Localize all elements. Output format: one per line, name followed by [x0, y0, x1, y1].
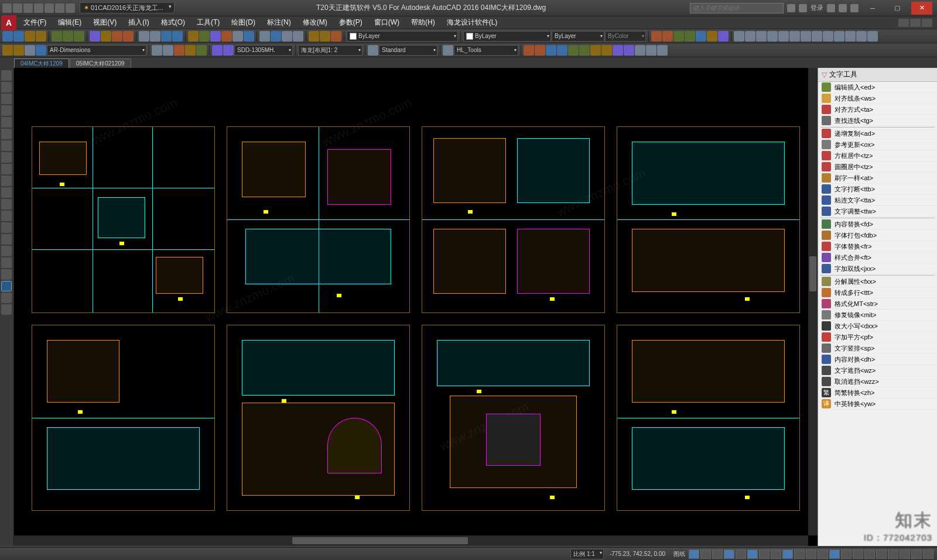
status-ws-icon[interactable]: [853, 549, 863, 559]
layout-dropdown[interactable]: 海龙[布局]1: 2: [298, 45, 363, 56]
new-icon[interactable]: [2, 4, 12, 13]
palette-item[interactable]: 递增复制<ad>: [818, 128, 937, 139]
tb-dr12-icon[interactable]: [646, 45, 656, 56]
tb-designcenter-icon[interactable]: [199, 31, 210, 42]
document-window-dropdown[interactable]: ✶ 01CAD2016天正海龙工...: [80, 2, 175, 13]
status-annovisibility-icon[interactable]: [841, 549, 851, 559]
tool-region-icon[interactable]: [1, 234, 12, 245]
tool-point-icon[interactable]: [1, 269, 12, 280]
palette-item[interactable]: 分解属性<fxx>: [818, 276, 937, 287]
tb-qcalc-icon[interactable]: [244, 31, 254, 42]
palette-item[interactable]: 圆圈居中<tz>: [818, 162, 937, 173]
status-custom-icon[interactable]: [923, 549, 933, 559]
status-polar-icon[interactable]: [724, 549, 734, 559]
status-grid-icon[interactable]: [689, 549, 699, 559]
tb-m5-icon[interactable]: [196, 45, 207, 56]
menu-modify[interactable]: 修改(M): [297, 16, 333, 29]
menu-help[interactable]: 帮助(H): [405, 16, 441, 29]
file-tab-active[interactable]: 04IMC大样1209: [14, 59, 69, 68]
tool-xline-icon[interactable]: [1, 152, 12, 163]
tool-circle-icon[interactable]: [1, 94, 12, 104]
tb-explode-icon[interactable]: [856, 31, 867, 42]
status-clean-icon[interactable]: [911, 549, 922, 559]
palette-item[interactable]: 文字打断<ttb>: [818, 184, 937, 195]
tb-m2-icon[interactable]: [163, 45, 173, 56]
tb-copy-icon[interactable]: [63, 31, 73, 42]
plot-icon[interactable]: [45, 4, 54, 13]
tb-layer-icon[interactable]: [309, 31, 319, 42]
palette-item[interactable]: 粘连文字<tta>: [818, 195, 937, 206]
palette-item[interactable]: 译中英转换<yw>: [818, 398, 937, 410]
tb-m4-icon[interactable]: [185, 45, 196, 56]
hltools-dropdown[interactable]: HL_Tools: [454, 45, 518, 56]
palette-item[interactable]: 字加平方<pf>: [818, 332, 937, 343]
palette-item[interactable]: 编辑插入<ed>: [818, 82, 937, 93]
signin-icon[interactable]: [799, 4, 807, 12]
tb-t1-icon[interactable]: [212, 45, 223, 56]
menu-hailong[interactable]: 海龙设计软件(L): [441, 16, 504, 29]
palette-item[interactable]: 字体替换<fr>: [818, 241, 937, 252]
status-otrack-icon[interactable]: [747, 549, 758, 559]
palette-header[interactable]: 文字工具: [818, 68, 937, 82]
tb-extend-icon[interactable]: [834, 31, 844, 42]
palette-item[interactable]: 文字竖排<sp>: [818, 343, 937, 354]
tb-dr4-icon[interactable]: [557, 45, 567, 56]
minimize-button[interactable]: ─: [862, 2, 883, 15]
palette-item[interactable]: 繁简繁转换<zh>: [818, 387, 937, 398]
tb-array-icon[interactable]: [778, 31, 789, 42]
tb-dr9-icon[interactable]: [613, 45, 623, 56]
palette-item[interactable]: 转成多行<ttt>: [818, 287, 937, 298]
tb-fillet-icon[interactable]: [845, 31, 856, 42]
status-snap-icon[interactable]: [700, 549, 711, 559]
status-transparency-icon[interactable]: [794, 549, 805, 559]
open-icon[interactable]: [13, 4, 22, 13]
tb-paste-icon[interactable]: [74, 31, 84, 42]
tb-pline-icon[interactable]: [651, 31, 662, 42]
file-tab-1[interactable]: 05IMC大样021209: [70, 59, 131, 68]
tb-mirror-icon[interactable]: [756, 31, 767, 42]
tb-rect-icon[interactable]: [696, 31, 706, 42]
menu-edit[interactable]: 编辑(E): [52, 16, 87, 29]
exchange-icon[interactable]: [827, 4, 835, 12]
palette-item[interactable]: 改大小写<dxx>: [818, 321, 937, 332]
tb-dim1-icon[interactable]: [2, 45, 13, 56]
stayconnected-icon[interactable]: [839, 4, 847, 12]
tb-save-icon[interactable]: [25, 31, 35, 42]
tool-insert-icon[interactable]: [1, 187, 12, 198]
tb-layeriso-icon[interactable]: [320, 31, 330, 42]
menu-draw[interactable]: 绘图(D): [225, 16, 261, 29]
tool-revcloud-icon[interactable]: [1, 304, 12, 315]
infocenter-icon[interactable]: [787, 4, 795, 12]
tool-ray-icon[interactable]: [1, 164, 12, 174]
tb-undo-icon[interactable]: [112, 31, 122, 42]
status-annomonitor-icon[interactable]: [864, 549, 875, 559]
tool-block-icon[interactable]: [1, 199, 12, 209]
tb-cut-icon[interactable]: [52, 31, 62, 42]
color-dropdown[interactable]: ByLayer: [463, 31, 551, 42]
tb-pan2-icon[interactable]: [259, 31, 270, 42]
plotstyle-dropdown[interactable]: ByColor: [605, 31, 646, 42]
save-icon[interactable]: [23, 4, 33, 13]
status-units-icon[interactable]: [876, 549, 887, 559]
paper-label[interactable]: 图纸: [671, 550, 688, 558]
tool-polygon-icon[interactable]: [1, 176, 12, 186]
tb-hatch-icon[interactable]: [707, 31, 717, 42]
tool-gradient-icon[interactable]: [1, 222, 12, 233]
tb-join-icon[interactable]: [867, 31, 878, 42]
tb-match-icon[interactable]: [90, 31, 100, 42]
tb-zoomwin-icon[interactable]: [161, 31, 172, 42]
palette-item[interactable]: 参考更新<ox>: [818, 139, 937, 150]
tool-ellipse-icon[interactable]: [1, 129, 12, 139]
tb-dim2-icon[interactable]: [13, 45, 24, 56]
menu-file[interactable]: 文件(F): [18, 16, 52, 29]
palette-item[interactable]: 修复镜像<mit>: [818, 310, 937, 321]
tb-dr1-icon[interactable]: [524, 45, 534, 56]
palette-item[interactable]: 字体打包<fdb>: [818, 230, 937, 241]
tb-dr3-icon[interactable]: [546, 45, 556, 56]
status-lwt-icon[interactable]: [782, 549, 793, 559]
login-label[interactable]: 登录: [811, 4, 823, 12]
saveas-icon[interactable]: [34, 4, 43, 13]
tb-t2-icon[interactable]: [223, 45, 234, 56]
tb-move-icon[interactable]: [789, 31, 800, 42]
maximize-button[interactable]: ▢: [887, 2, 908, 15]
